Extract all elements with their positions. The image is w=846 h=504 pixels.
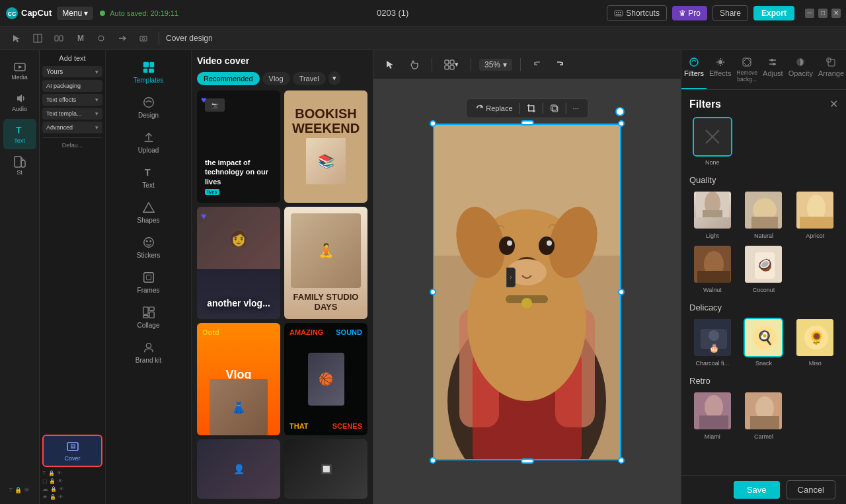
filter-item-coconut[interactable]: 🥥 Coconut	[741, 244, 787, 293]
sidebar-item-text[interactable]: T Text	[3, 119, 36, 149]
tab-adjust[interactable]: Adjust	[760, 50, 786, 89]
sidebar-item-media[interactable]: Media	[3, 55, 36, 86]
filter-item-light[interactable]: Light	[689, 190, 736, 239]
yours-dropdown[interactable]: Yours ▾	[42, 66, 102, 77]
undo-button[interactable]	[529, 57, 547, 73]
toolbar-transform-tool[interactable]	[29, 32, 46, 45]
menu-button[interactable]: Menu ▾	[57, 7, 93, 20]
filter-more-btn[interactable]: ▾	[328, 71, 340, 85]
toolbar-tool-4[interactable]	[93, 32, 110, 45]
template-card-vlog[interactable]: 👩 another vlog... ♥	[197, 207, 280, 319]
more-options-button[interactable]: ···	[569, 102, 583, 114]
filter-tab-travel[interactable]: Travel	[293, 72, 326, 85]
toolbar-cursor-tool[interactable]	[8, 32, 25, 45]
redo-button[interactable]	[550, 57, 568, 73]
template-card-impact[interactable]: 📷 the impact of technology on our lives …	[197, 90, 280, 203]
template-card-partial1[interactable]: 👤	[197, 439, 280, 499]
pro-button[interactable]: ♛ Pro	[672, 6, 707, 20]
filters-close-button[interactable]: ✕	[829, 98, 838, 110]
toolbar-tool-2[interactable]	[50, 32, 67, 45]
copy-button[interactable]	[546, 102, 563, 115]
nav-frames[interactable]: Frames	[108, 266, 188, 299]
save-button[interactable]: Save	[734, 481, 780, 499]
filter-item-snack[interactable]: 🍳 Snack	[741, 318, 787, 367]
handle-top-right[interactable]	[618, 120, 625, 127]
replace-button[interactable]: Replace	[471, 102, 516, 114]
filter-item-miami[interactable]: Miami	[689, 391, 736, 440]
nav-text[interactable]: T Text	[108, 161, 188, 194]
canvas-main-image[interactable]	[433, 124, 621, 460]
filter-item-carmel[interactable]: Carmel	[741, 391, 787, 440]
tab-filters[interactable]: Filters	[681, 50, 707, 89]
text-effects-btn[interactable]: Text effects ▾	[42, 94, 102, 106]
nav-stickers[interactable]: Stickers	[108, 231, 188, 264]
close-button[interactable]: ✕	[831, 9, 841, 18]
filter-item-none[interactable]: None	[689, 117, 736, 166]
toolbar-tool-6[interactable]	[135, 32, 152, 45]
nav-design[interactable]: Design	[108, 90, 188, 124]
template-card-partial2[interactable]: 🔲	[284, 439, 367, 499]
sidebar-item-audio[interactable]: Audio	[3, 87, 36, 118]
tab-effects[interactable]: Effects	[707, 50, 734, 89]
handle-middle-left[interactable]	[430, 289, 436, 295]
stickers-nav-icon	[142, 236, 155, 249]
filter-thumb-carmel	[744, 391, 783, 431]
filter-item-apricot[interactable]: Apricot	[792, 190, 838, 239]
zoom-control[interactable]: 35% ▾	[479, 59, 512, 71]
nav-upload[interactable]: Upload	[108, 126, 188, 159]
template-card-studio[interactable]: 🧘 FAMILY STUDIO DAYS	[284, 207, 367, 319]
tab-remove-bg[interactable]: Remove backg...	[734, 50, 760, 89]
handle-bottom-right[interactable]	[618, 457, 625, 464]
export-button[interactable]: Export	[753, 6, 794, 20]
nav-collage[interactable]: Collage	[108, 301, 188, 334]
select-tool-button[interactable]	[381, 57, 400, 73]
svg-point-27	[143, 98, 153, 108]
tab-opacity[interactable]: Opacity	[786, 50, 816, 89]
tab-arrange[interactable]: Arrange	[816, 50, 846, 89]
sidebar-item-stickers[interactable]: St	[3, 151, 36, 181]
handle-top-left[interactable]	[430, 120, 436, 127]
text-panel-separator	[42, 137, 102, 138]
nav-brandkit[interactable]: Brand kit	[108, 336, 188, 369]
text-template-btn[interactable]: Text templa... ▾	[42, 108, 102, 120]
crop-button[interactable]	[523, 102, 540, 115]
template-card-ootd[interactable]: Ootd Vlog my favorite secrets 👗	[197, 323, 280, 435]
share-button[interactable]: Share	[712, 5, 748, 21]
cover-icon: 🖼	[66, 440, 79, 453]
nav-shapes[interactable]: Shapes	[108, 196, 188, 229]
filter-item-natural[interactable]: Natural	[741, 190, 787, 239]
rotate-handle[interactable]	[615, 107, 625, 116]
handle-bottom-left[interactable]	[430, 457, 436, 464]
design-nav-icon	[142, 96, 155, 109]
toolbar-tool-5[interactable]	[114, 32, 131, 45]
panel-fold-handle[interactable]: ›	[506, 268, 516, 287]
ai-packaging-btn[interactable]: AI packaging	[42, 80, 102, 92]
advanced-btn[interactable]: Advanced ▾	[42, 122, 102, 133]
svg-rect-4	[618, 12, 619, 13]
minimize-button[interactable]: ─	[805, 9, 814, 18]
hand-tool-button[interactable]	[405, 57, 424, 73]
toolbar-size-icon[interactable]: T	[9, 487, 13, 493]
cancel-button[interactable]: Cancel	[787, 480, 835, 499]
handle-bottom-middle[interactable]	[521, 458, 534, 464]
handle-top-middle[interactable]	[521, 120, 534, 126]
nav-templates[interactable]: Templates	[108, 55, 188, 89]
shortcuts-button[interactable]: Shortcuts	[607, 5, 667, 21]
filter-item-charcoal[interactable]: 🎂 Charcoal fi...	[689, 318, 736, 367]
filter-tab-recommended[interactable]: Recommended	[197, 72, 260, 85]
filter-item-miso[interactable]: 🌻 Miso	[792, 318, 838, 367]
template-card-amazing[interactable]: AMAZING SOUND THAT SCENES 🏀	[284, 323, 367, 435]
track-eye-4: 👁	[58, 494, 63, 500]
handle-middle-right[interactable]	[618, 289, 625, 295]
toolbar-lock-icon[interactable]: 🔒	[15, 487, 22, 493]
template-card-bookish[interactable]: BOOKISH WEEKEND 📚	[284, 90, 367, 203]
toolbar-tool-3[interactable]: M	[71, 32, 89, 45]
layout-tool-button[interactable]: ▾	[440, 57, 463, 73]
maximize-button[interactable]: □	[818, 9, 827, 18]
toolbar-eye-icon[interactable]: 👁	[24, 487, 30, 493]
top-right-actions: Shortcuts ♛ Pro Share Export ─ □ ✕	[607, 5, 841, 21]
bookish-image-thumb: 📚	[306, 138, 346, 184]
filter-tab-vlog[interactable]: Vlog	[262, 72, 290, 85]
filter-item-walnut[interactable]: Walnut	[689, 244, 736, 293]
cover-clip-selected[interactable]: 🖼 Cover	[42, 435, 102, 467]
